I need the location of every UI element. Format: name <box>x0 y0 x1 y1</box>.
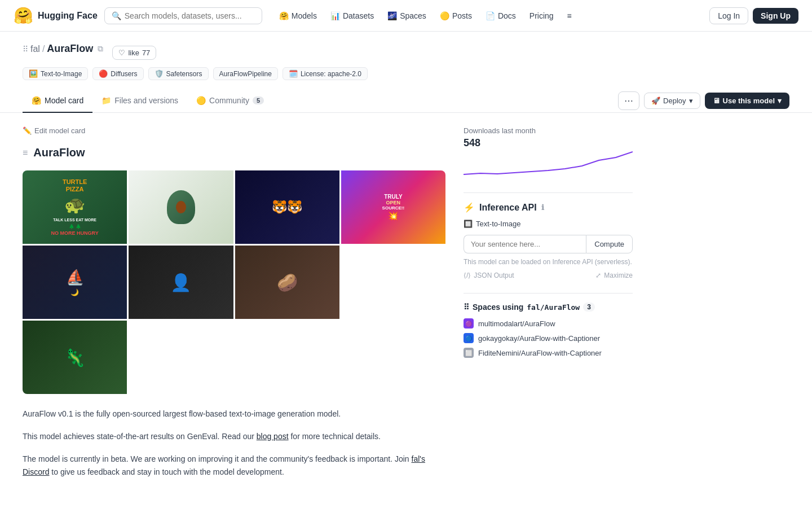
main-content: ✏️ Edit model card ≡ AuraFlow TURTLEPIZZ… <box>0 113 812 508</box>
community-icon: 🟡 <box>196 96 206 105</box>
maximize-button[interactable]: ⤢ Maximize <box>595 271 633 279</box>
image-type-icon: 🔲 <box>464 220 473 228</box>
breadcrumb-org[interactable]: fal <box>30 44 40 54</box>
space-icon-purple: 🟣 <box>464 318 474 329</box>
tab-community[interactable]: 🟡 Community 5 <box>187 89 273 113</box>
signup-button[interactable]: Sign Up <box>753 8 798 24</box>
grid-image-lizard: 🦎 <box>23 321 127 394</box>
like-count: 77 <box>142 49 150 57</box>
breadcrumb: ⠿ fal / AuraFlow ⧉ <box>23 43 103 55</box>
inference-note: This model can be loaded on Inference AP… <box>464 258 633 266</box>
body-paragraph-1: AuraFlow v0.1 is the fully open-sourced … <box>23 408 445 421</box>
like-label: like <box>128 49 139 57</box>
tab-files-versions[interactable]: 📁 Files and versions <box>92 89 187 113</box>
nav-links: 🤗 Models 📊 Datasets 🌌 Spaces 🟡 Posts 📄 D… <box>273 8 577 24</box>
spaces-repo-name: fal/AuraFlow <box>527 303 580 312</box>
divider-2 <box>464 293 633 294</box>
tag-safetensors[interactable]: 🛡️ Safetensors <box>148 67 209 80</box>
downloads-section: Downloads last month 548 <box>464 126 633 179</box>
tag-pipeline[interactable]: AuraFlowPipeline <box>213 67 278 80</box>
grid-image-tigers: 🐯🐯 <box>235 170 339 244</box>
downloads-count: 548 <box>464 137 633 149</box>
model-image-grid: TURTLEPIZZA 🐢 TALK LESS EAT MORE 🌲 🌲 NO … <box>23 170 445 394</box>
breadcrumb-grid-icon: ⠿ <box>23 45 28 54</box>
like-button[interactable]: ♡ like 77 <box>112 46 156 60</box>
nav-pricing[interactable]: Pricing <box>524 8 559 24</box>
tag-text-to-image[interactable]: 🖼️ Text-to-Image <box>23 67 88 80</box>
files-icon: 📁 <box>102 96 111 105</box>
space-icon-blue: 🔵 <box>464 333 474 343</box>
edit-model-card-btn[interactable]: ✏️ Edit model card <box>23 126 445 135</box>
more-icon: ≡ <box>567 11 572 20</box>
content-right: Downloads last month 548 ⚡ Inference API… <box>464 113 633 508</box>
nav-docs[interactable]: 📄 Docs <box>480 8 522 24</box>
tag-license[interactable]: 🗓️ License: apache-2.0 <box>283 67 368 80</box>
inference-api-title: ⚡ Inference API ℹ <box>464 202 633 213</box>
grid-image-truly-open: TRULY OPEN SOURCE!! 💥 <box>341 170 445 244</box>
spaces-icon: 🌌 <box>387 11 397 20</box>
nav-spaces[interactable]: 🌌 Spaces <box>382 8 432 24</box>
downloads-label: Downloads last month <box>464 126 633 135</box>
nav-more[interactable]: ≡ <box>562 8 577 24</box>
model-title-row: ≡ AuraFlow <box>23 146 445 159</box>
inference-text-input[interactable] <box>464 235 586 253</box>
compute-button[interactable]: Compute <box>586 235 633 253</box>
inference-input-row: Compute <box>464 235 633 253</box>
grid-image-potato: 🥔 <box>235 246 339 319</box>
breadcrumb-separator: / <box>42 44 45 54</box>
deploy-chevron-icon: ▾ <box>689 97 693 105</box>
model-title: AuraFlow <box>33 146 85 159</box>
hugging-face-icon: 🤗 <box>14 6 33 25</box>
site-logo[interactable]: 🤗 Hugging Face <box>14 6 98 25</box>
breadcrumb-repo: AuraFlow <box>47 43 93 55</box>
model-card-icon: 🤗 <box>32 96 41 105</box>
space-link-gokaygokay[interactable]: 🔵 gokaygokay/AuraFlow-with-Captioner <box>464 333 633 343</box>
models-icon: 🤗 <box>279 11 289 20</box>
safetensors-icon: 🛡️ <box>155 69 164 78</box>
inference-type: 🔲 Text-to-Image <box>464 220 633 228</box>
discord-link[interactable]: fal's Discord <box>23 454 425 477</box>
use-model-button[interactable]: 🖥 Use this model ▾ <box>705 93 789 109</box>
body-paragraph-3: The model is currently in beta. We are w… <box>23 453 445 480</box>
spaces-title: ⠿ Spaces using fal/AuraFlow 3 <box>464 303 633 312</box>
inference-api-section: ⚡ Inference API ℹ 🔲 Text-to-Image Comput… <box>464 202 633 279</box>
downloads-sparkline <box>464 149 633 177</box>
search-icon: 🔍 <box>112 11 121 20</box>
monitor-icon: 🖥 <box>713 97 720 105</box>
blog-post-link[interactable]: blog post <box>257 432 289 441</box>
navbar: 🤗 Hugging Face 🔍 🤗 Models 📊 Datasets 🌌 S… <box>0 0 812 32</box>
info-icon: ℹ <box>541 203 544 212</box>
more-options-button[interactable]: ⋯ <box>618 91 639 110</box>
tab-model-card[interactable]: 🤗 Model card <box>23 89 92 113</box>
copy-icon[interactable]: ⧉ <box>98 44 103 54</box>
tag-diffusers[interactable]: 🔴 Diffusers <box>92 67 143 80</box>
code-icon: ⟨/⟩ <box>464 271 471 279</box>
search-input[interactable] <box>125 11 255 20</box>
tags-list: 🖼️ Text-to-Image 🔴 Diffusers 🛡️ Safetens… <box>23 67 789 80</box>
diffusers-icon: 🔴 <box>99 69 108 78</box>
login-button[interactable]: Log In <box>709 7 748 24</box>
space-icon-gray: ⬜ <box>464 348 474 358</box>
space-link-fiditenimini[interactable]: ⬜ FiditeNemini/AuraFlow-with-Captioner <box>464 348 633 358</box>
json-output-btn[interactable]: ⟨/⟩ JSON Output <box>464 271 514 279</box>
community-badge: 5 <box>253 97 264 104</box>
list-icon: ≡ <box>23 148 28 158</box>
lightning-icon: ⚡ <box>464 202 475 213</box>
nav-models[interactable]: 🤗 Models <box>273 8 323 24</box>
tabs-actions: ⋯ 🚀 Deploy ▾ 🖥 Use this model ▾ <box>618 91 789 110</box>
posts-icon: 🟡 <box>440 11 449 20</box>
page-header: ⠿ fal / AuraFlow ⧉ ♡ like 77 🖼️ Text-to-… <box>0 32 812 80</box>
maximize-icon: ⤢ <box>595 271 601 279</box>
nav-datasets[interactable]: 📊 Datasets <box>325 8 379 24</box>
search-bar[interactable]: 🔍 <box>104 7 262 24</box>
grid-image-avocado <box>129 170 233 244</box>
tabs-bar: 🤗 Model card 📁 Files and versions 🟡 Comm… <box>0 89 812 113</box>
site-title: Hugging Face <box>38 11 98 21</box>
nav-posts[interactable]: 🟡 Posts <box>434 8 478 24</box>
body-paragraph-2: This model achieves state-of-the-art res… <box>23 430 445 444</box>
heart-icon: ♡ <box>118 49 125 57</box>
deploy-icon: 🚀 <box>651 97 660 105</box>
deploy-button[interactable]: 🚀 Deploy ▾ <box>644 93 700 109</box>
divider-1 <box>464 192 633 193</box>
space-link-multimodalart[interactable]: 🟣 multimodalart/AuraFlow <box>464 318 633 329</box>
